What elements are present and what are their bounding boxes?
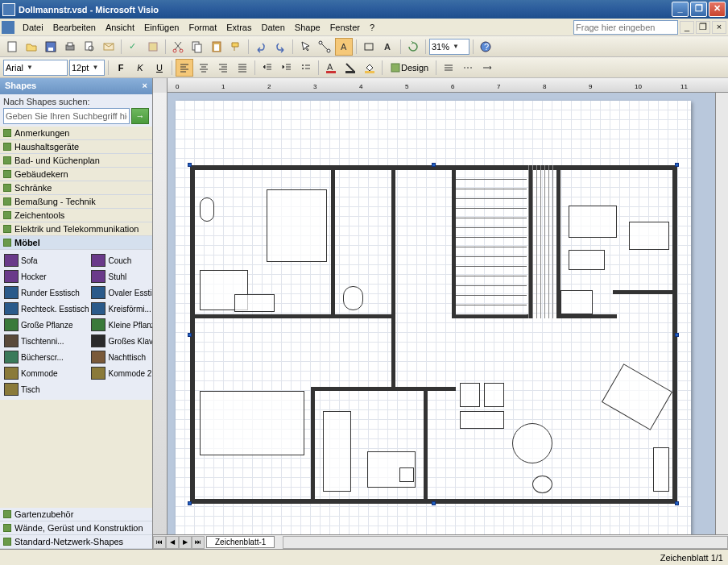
stencil-item[interactable]: Haushaltsgeräte: [0, 140, 152, 154]
underline-button[interactable]: U: [151, 59, 168, 77]
tab-last-button[interactable]: ⏭: [192, 536, 205, 549]
save-button[interactable]: [42, 38, 60, 56]
shape-item[interactable]: Kleine Pflanze: [90, 318, 152, 332]
text-tool-button[interactable]: A: [335, 38, 353, 56]
text-button[interactable]: A: [379, 38, 397, 56]
line-pattern-button[interactable]: [459, 59, 477, 77]
menu-shape[interactable]: Shape: [290, 21, 325, 34]
stencil-item[interactable]: Elektrik und Telekommunikation: [0, 222, 152, 236]
shapes-panel-close-button[interactable]: ×: [143, 81, 147, 92]
cut-button[interactable]: [169, 38, 187, 56]
tab-next-button[interactable]: ▶: [179, 536, 192, 549]
font-size-combo[interactable]: 12pt▼: [69, 60, 105, 76]
close-button[interactable]: ✕: [709, 2, 726, 17]
drawing-page[interactable]: [176, 101, 691, 534]
pointer-tool-button[interactable]: [296, 38, 314, 56]
shape-item[interactable]: Bücherscr...: [3, 350, 89, 364]
stencil-item[interactable]: Schränke: [0, 181, 152, 195]
stencil-item[interactable]: Bad- und Küchenplan: [0, 154, 152, 168]
shape-item[interactable]: Stuhl: [90, 269, 152, 284]
menu-daten[interactable]: Daten: [256, 21, 289, 34]
menu-extras[interactable]: Extras: [221, 21, 256, 34]
help-question-input[interactable]: [573, 20, 678, 35]
doc-close-button[interactable]: ×: [712, 21, 726, 34]
line-color-button[interactable]: [341, 59, 359, 77]
shape-item[interactable]: Ovaler Esstisch: [90, 285, 152, 300]
shape-item[interactable]: Kreisförmi... Tisch: [90, 301, 152, 316]
stencil-item[interactable]: Gartenzubehör: [0, 508, 152, 521]
font-color-button[interactable]: A: [322, 59, 340, 77]
align-right-button[interactable]: [214, 59, 232, 77]
bullets-button[interactable]: [297, 59, 315, 77]
shape-item[interactable]: Kommode 2 Schubl.: [90, 366, 152, 380]
new-button[interactable]: [3, 38, 21, 56]
shape-item[interactable]: Großes Klavier: [90, 334, 152, 348]
doc-restore-button[interactable]: ❐: [696, 21, 710, 34]
decrease-indent-button[interactable]: [259, 59, 276, 77]
shape-search-button[interactable]: →: [131, 108, 149, 124]
stencil-item[interactable]: Bemaßung - Technik: [0, 195, 152, 209]
email-button[interactable]: [100, 38, 118, 56]
maximize-button[interactable]: ❐: [690, 2, 707, 17]
shape-item[interactable]: Nachttisch: [90, 350, 152, 364]
paste-button[interactable]: [208, 38, 225, 56]
shape-item[interactable]: Tischtenni...: [3, 334, 89, 348]
open-button[interactable]: [23, 38, 40, 56]
align-justify-button[interactable]: [234, 59, 251, 77]
menu-datei[interactable]: Datei: [18, 21, 48, 34]
bold-button[interactable]: F: [112, 59, 130, 77]
menu-bearbeiten[interactable]: Bearbeiten: [48, 21, 101, 34]
vertical-scrollbar[interactable]: [715, 93, 728, 534]
shape-item[interactable]: Tisch: [3, 382, 89, 397]
floorplan[interactable]: [190, 165, 677, 504]
stencil-item[interactable]: Möbel: [0, 236, 152, 250]
font-combo[interactable]: Arial▼: [3, 60, 68, 76]
fill-color-button[interactable]: [361, 59, 378, 77]
shape-item[interactable]: Couch: [90, 253, 152, 268]
shape-search-input[interactable]: [3, 108, 130, 124]
menu-format[interactable]: Format: [184, 21, 221, 34]
stencil-item[interactable]: Zeichentools: [0, 209, 152, 222]
menu-fenster[interactable]: Fenster: [325, 21, 365, 34]
spell-check-button[interactable]: ✓: [125, 38, 143, 56]
redo-button[interactable]: [271, 38, 289, 56]
line-ends-button[interactable]: [478, 59, 496, 77]
increase-indent-button[interactable]: [278, 59, 296, 77]
print-button[interactable]: [61, 38, 79, 56]
stencil-item[interactable]: Anmerkungen: [0, 127, 152, 140]
rotate-button[interactable]: [404, 38, 422, 56]
tab-prev-button[interactable]: ◀: [166, 536, 179, 549]
stencil-item[interactable]: Wände, Gerüst und Konstruktion: [0, 521, 152, 535]
rectangle-tool-button[interactable]: [360, 38, 378, 56]
copy-button[interactable]: [188, 38, 206, 56]
italic-button[interactable]: K: [131, 59, 149, 77]
tab-first-button[interactable]: ⏮: [153, 536, 166, 549]
help-button[interactable]: ?: [477, 38, 494, 56]
shape-item[interactable]: Hocker: [3, 269, 89, 284]
drawing-surface[interactable]: [168, 93, 715, 534]
format-painter-button[interactable]: [227, 38, 245, 56]
page-tab[interactable]: Zeichenblatt-1: [206, 536, 275, 548]
shape-item[interactable]: Große Pflanze: [3, 318, 89, 332]
shape-item[interactable]: Rechteck. Esstisch: [3, 301, 89, 316]
shape-item[interactable]: Sofa: [3, 253, 89, 268]
menu-einfuegen[interactable]: Einfügen: [139, 21, 184, 34]
horizontal-scrollbar[interactable]: [283, 536, 728, 549]
research-button[interactable]: [144, 38, 162, 56]
line-weight-button[interactable]: [440, 59, 457, 77]
zoom-combo[interactable]: 31%▼: [429, 39, 469, 55]
menu-ansicht[interactable]: Ansicht: [101, 21, 139, 34]
undo-button[interactable]: [252, 38, 270, 56]
doc-minimize-button[interactable]: _: [680, 21, 694, 34]
align-left-button[interactable]: [176, 59, 193, 77]
design-button[interactable]: Design: [386, 59, 432, 77]
stencil-item[interactable]: Standard-Netzwerk-Shapes: [0, 535, 152, 549]
align-center-button[interactable]: [195, 59, 213, 77]
shape-item[interactable]: Runder Esstisch: [3, 285, 89, 300]
minimize-button[interactable]: _: [672, 2, 689, 17]
connector-tool-button[interactable]: [316, 38, 333, 56]
stencil-item[interactable]: Gebäudekern: [0, 168, 152, 181]
menu-help[interactable]: ?: [365, 21, 379, 34]
shape-item[interactable]: Kommode: [3, 366, 89, 380]
print-preview-button[interactable]: [81, 38, 98, 56]
